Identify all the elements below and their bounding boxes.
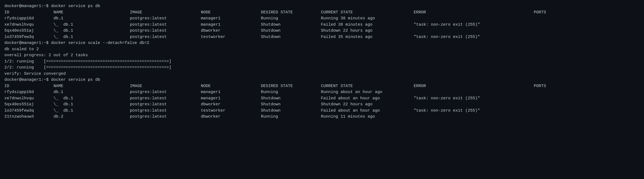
table-cell: Running: [261, 114, 321, 120]
table-cell: xe7dnwslhvqu: [4, 96, 53, 102]
table-col-header: NAME: [53, 83, 130, 90]
table-cell: [414, 16, 534, 22]
table-row: xe7dnwslhvqu\_ db.1postgres:latestmanage…: [4, 22, 640, 28]
table-col-header: NODE: [201, 10, 261, 16]
table-col-header: ID: [4, 83, 53, 90]
table-cell: postgres:latest: [130, 96, 201, 102]
table-cell: manager1: [201, 89, 261, 96]
table-cell: "task: non-zero exit (255)": [414, 22, 534, 28]
table-cell: Failed about an hour ago: [321, 96, 414, 102]
table-col-header: IMAGE: [130, 10, 201, 16]
table-cell: Shutdown 22 hours ago: [321, 102, 414, 108]
table-cell: Failed 38 minutes ago: [321, 22, 414, 28]
output-line: overall progress: 2 out of 2 tasks: [4, 52, 640, 59]
table-cell: manager1: [201, 16, 261, 22]
table-row: 5qx40es551aj\_ db.1postgres:latestdbwork…: [4, 102, 640, 108]
table-cell: db.2: [53, 114, 130, 120]
table-cell: Shutdown: [261, 96, 321, 102]
prompt-line: docker@manager1:~$ docker service ps db: [4, 77, 640, 83]
table-cell: lo37459few3q: [4, 34, 53, 40]
table-row: 21tnzwohauw3db.2postgres:latestdbworkerR…: [4, 114, 640, 120]
table-cell: [414, 114, 534, 120]
table-cell: postgres:latest: [130, 34, 201, 40]
output-line: db scaled to 2: [4, 46, 640, 53]
table-cell: [534, 16, 567, 22]
table-cell: postgres:latest: [130, 102, 201, 108]
table-col-header: PORTS: [534, 83, 567, 90]
output-line: verify: Service converged: [4, 71, 640, 77]
table-cell: [534, 22, 567, 28]
table-cell: Shutdown 22 hours ago: [321, 28, 414, 34]
table-row: 5qx40es551aj\_ db.1postgres:latestdbwork…: [4, 28, 640, 34]
table-col-header: DESIRED STATE: [261, 83, 321, 90]
table-header-row: IDNAMEIMAGENODEDESIRED STATECURRENT STAT…: [4, 83, 640, 90]
table-cell: dbworker: [201, 102, 261, 108]
progress-line: 2/2: running [==========================…: [4, 65, 640, 71]
table-cell: \_ db.1: [53, 34, 130, 40]
table-cell: dbworker: [201, 28, 261, 34]
table-cell: \_ db.1: [53, 22, 130, 28]
table-cell: Shutdown: [261, 22, 321, 28]
table-cell: Running about an hour ago: [321, 89, 414, 96]
table-col-header: NAME: [53, 10, 130, 16]
table-cell: \_ db.1: [53, 28, 130, 34]
table-cell: Shutdown: [261, 108, 321, 114]
table-col-header: CURRENT STATE: [321, 83, 414, 90]
table-cell: Shutdown: [261, 102, 321, 108]
table-cell: manager1: [201, 96, 261, 102]
table-row: lo37459few3q\_ db.1postgres:latesttestwo…: [4, 34, 640, 40]
table-cell: lo37459few3q: [4, 108, 53, 114]
table-cell: dbworker: [201, 114, 261, 120]
table-header-row: IDNAMEIMAGENODEDESIRED STATECURRENT STAT…: [4, 10, 640, 16]
prompt-line: docker@manager1:~$ docker service ps db: [4, 3, 640, 10]
table-cell: db.1: [53, 16, 130, 22]
table-cell: postgres:latest: [130, 114, 201, 120]
table-row: rfydsiqpp16ddb.1postgres:latestmanager1R…: [4, 16, 640, 22]
terminal: docker@manager1:~$ docker service ps dbI…: [4, 3, 640, 120]
table-cell: 5qx40es551aj: [4, 102, 53, 108]
table-cell: Failed about an hour ago: [321, 108, 414, 114]
table-cell: rfydsiqpp16d: [4, 16, 53, 22]
table-cell: 5qx40es551aj: [4, 28, 53, 34]
table-cell: [534, 89, 567, 96]
table-cell: testworker: [201, 108, 261, 114]
table-col-header: IMAGE: [130, 83, 201, 90]
table-cell: xe7dnwslhvqu: [4, 22, 53, 28]
table-cell: [534, 114, 567, 120]
prompt-line: docker@manager1:~$ docker service scale …: [4, 40, 640, 46]
table-col-header: CURRENT STATE: [321, 10, 414, 16]
table-row: lo37459few3q\_ db.1postgres:latesttestwo…: [4, 108, 640, 114]
table-cell: testworker: [201, 34, 261, 40]
table-col-header: ERROR: [414, 10, 534, 16]
table-cell: [534, 28, 567, 34]
table-cell: \_ db.1: [53, 96, 130, 102]
table-cell: [414, 102, 534, 108]
table-cell: "task: non-zero exit (255)": [414, 96, 534, 102]
table-cell: postgres:latest: [130, 16, 201, 22]
table-row: xe7dnwslhvqu\_ db.1postgres:latestmanage…: [4, 96, 640, 102]
table-col-header: NODE: [201, 83, 261, 90]
table-cell: [414, 28, 534, 34]
table-row: rfydsiqpp16ddb.1postgres:latestmanager1R…: [4, 89, 640, 96]
table-col-header: ID: [4, 10, 53, 16]
table-cell: \_ db.1: [53, 102, 130, 108]
table-cell: [414, 89, 534, 96]
table-cell: Running: [261, 16, 321, 22]
table-col-header: PORTS: [534, 10, 567, 16]
table-cell: [534, 102, 567, 108]
table-cell: Shutdown: [261, 28, 321, 34]
table-cell: \_ db.1: [53, 108, 130, 114]
table-cell: manager1: [201, 22, 261, 28]
table-cell: Failed 35 minutes ago: [321, 34, 414, 40]
table-cell: "task: non-zero exit (255)": [414, 108, 534, 114]
table-cell: Running 38 minutes ago: [321, 16, 414, 22]
table-cell: postgres:latest: [130, 89, 201, 96]
table-cell: [534, 108, 567, 114]
table-cell: postgres:latest: [130, 22, 201, 28]
table-cell: db.1: [53, 89, 130, 96]
table-col-header: ERROR: [414, 83, 534, 90]
table-cell: Running: [261, 89, 321, 96]
table-cell: postgres:latest: [130, 28, 201, 34]
table-cell: rfydsiqpp16d: [4, 89, 53, 96]
table-cell: [534, 34, 567, 40]
